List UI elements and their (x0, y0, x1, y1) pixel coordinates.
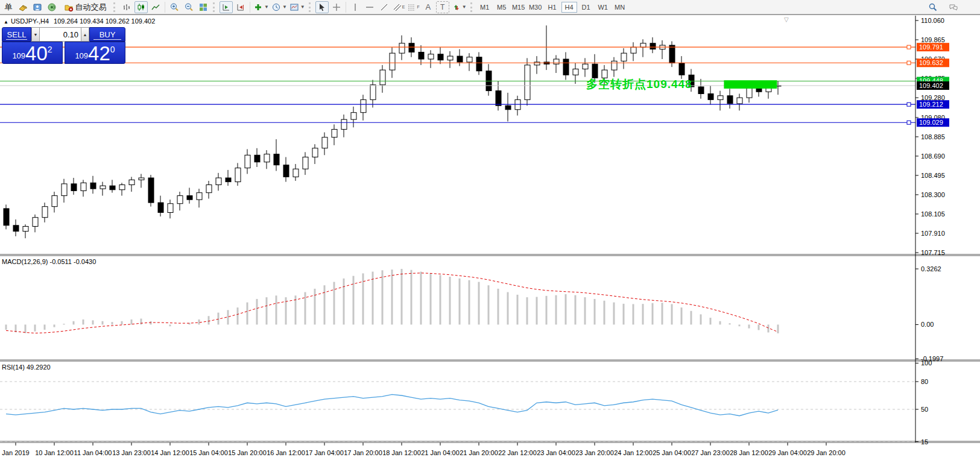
svg-text:108.885: 108.885 (921, 133, 945, 140)
vertical-line-tool-icon[interactable] (349, 1, 362, 13)
tf-m15-button[interactable]: M15 (511, 2, 526, 13)
svg-text:0.00: 0.00 (921, 321, 934, 328)
svg-text:25 Jan 04:00: 25 Jan 04:00 (653, 449, 691, 456)
templates-button[interactable]: ▼ (289, 1, 306, 13)
periods-button[interactable]: ▼ (271, 1, 288, 13)
candlestick-chart-icon[interactable] (134, 1, 148, 13)
ohlc-values-label: 109.264 109.434 109.262 109.402 (54, 17, 155, 25)
main-toolbar: 单 自动交易 ▼ ▼ ▼ (0, 0, 980, 14)
rsi-line (6, 394, 778, 415)
crosshair-icon[interactable] (330, 1, 343, 13)
price-chart-canvas[interactable]: 110.060109.865109.670109.475109.280109.0… (0, 15, 980, 466)
collapse-marker-icon[interactable]: ▲ (4, 19, 8, 25)
arrows-tool-icon[interactable]: ▼ (450, 1, 467, 13)
svg-text:110.060: 110.060 (921, 17, 944, 24)
svg-text:15: 15 (921, 438, 928, 446)
svg-text:11 Jan 04:00: 11 Jan 04:00 (74, 449, 112, 456)
sell-button[interactable]: SELL (2, 27, 31, 42)
tf-m1-button[interactable]: M1 (477, 2, 493, 13)
tf-m5-button[interactable]: M5 (494, 2, 510, 13)
svg-text:0.3262: 0.3262 (921, 265, 941, 272)
search-icon[interactable] (926, 1, 940, 13)
sell-price-sup: 2 (48, 45, 52, 54)
buy-price-big: 42 (88, 45, 110, 63)
buy-price-display[interactable]: 109420 (65, 42, 125, 64)
new-order-button[interactable]: 单 (2, 1, 15, 13)
chart-window[interactable]: 110.060109.865109.670109.475109.280109.0… (0, 14, 980, 466)
toolbar-divider (346, 2, 346, 13)
tf-d1-button[interactable]: D1 (578, 2, 594, 13)
tf-mn-button[interactable]: MN (612, 2, 628, 13)
macd-indicator-label: MACD(12,26,9) -0.0511 -0.0430 (2, 258, 96, 265)
buy-button[interactable]: BUY (89, 27, 125, 42)
buy-label: BUY (100, 30, 116, 39)
chevron-down-icon[interactable]: ▼ (300, 4, 305, 10)
toolbar-divider (250, 2, 250, 13)
svg-text:50: 50 (921, 406, 928, 413)
indicators-button[interactable]: ▼ (253, 1, 270, 13)
chevron-down-icon[interactable]: ▼ (264, 4, 269, 10)
line-chart-icon[interactable] (149, 1, 162, 13)
bar-chart-icon[interactable] (120, 1, 133, 13)
tile-windows-icon[interactable] (197, 1, 210, 13)
signal-icon[interactable] (45, 1, 58, 13)
chart-shift-icon[interactable] (234, 1, 247, 13)
buy-price-sup: 0 (110, 45, 115, 54)
zoom-out-icon[interactable] (182, 1, 195, 13)
volume-decrease-button[interactable]: ▼ (31, 27, 40, 42)
chart-shift-marker[interactable]: ▽ (784, 16, 789, 23)
svg-text:22 Jan 12:00: 22 Jan 12:00 (498, 449, 537, 456)
volume-increase-button[interactable]: ▲ (81, 27, 89, 42)
tf-w1-button[interactable]: W1 (595, 2, 611, 13)
sell-price-display[interactable]: 109402 (2, 42, 63, 64)
toolbar-separator (213, 2, 217, 12)
profiles-icon[interactable] (31, 1, 44, 13)
tf-h4-button[interactable]: H4 (561, 2, 577, 13)
fibonacci-tool-icon[interactable]: F (406, 1, 420, 13)
svg-text:109.402: 109.402 (919, 82, 943, 89)
svg-text:14 Jan 12:00: 14 Jan 12:00 (151, 449, 189, 456)
svg-text:100: 100 (921, 359, 932, 367)
svg-text:109.865: 109.865 (921, 36, 945, 43)
svg-text:16 Jan 12:00: 16 Jan 12:00 (267, 449, 305, 456)
highlight-zone[interactable] (724, 80, 777, 89)
chat-icon[interactable] (947, 1, 960, 13)
svg-text:10 Jan 12:00: 10 Jan 12:00 (35, 449, 74, 456)
toolbar-separator (309, 2, 312, 12)
autotrading-button[interactable]: 自动交易 (60, 1, 110, 13)
panel-separators (0, 254, 980, 442)
book-icon[interactable] (16, 1, 30, 13)
text-label-tool-icon[interactable]: T (436, 1, 449, 13)
horizontal-line-tool-icon[interactable] (363, 1, 376, 13)
chevron-down-icon[interactable]: ▼ (462, 4, 467, 10)
svg-text:15 Jan 20:00: 15 Jan 20:00 (228, 449, 267, 456)
auto-scroll-icon[interactable] (220, 1, 233, 13)
rsi-indicator-label: RSI(14) 49.2920 (2, 364, 51, 371)
zoom-in-icon[interactable] (168, 1, 181, 13)
toolbar-separator (470, 2, 474, 12)
svg-text:108.690: 108.690 (921, 153, 945, 160)
equidistant-channel-tool-icon[interactable]: E (392, 1, 406, 13)
svg-text:108.495: 108.495 (921, 172, 945, 179)
svg-text:107.910: 107.910 (921, 230, 945, 237)
cursor-icon[interactable] (315, 1, 329, 13)
channel-sub-label: E (402, 5, 405, 9)
svg-text:108.105: 108.105 (921, 210, 945, 218)
svg-text:13 Jan 23:00: 13 Jan 23:00 (112, 449, 151, 456)
macd-panel-group (6, 269, 778, 333)
volume-input[interactable] (40, 27, 81, 42)
pivot-annotation-text[interactable]: 多空转折点109.448 (586, 77, 692, 92)
svg-text:17 Jan 04:00: 17 Jan 04:00 (305, 449, 344, 456)
text-tool-icon[interactable]: A (422, 1, 435, 13)
svg-text:109.212: 109.212 (919, 101, 943, 108)
svg-text:15 Jan 04:00: 15 Jan 04:00 (189, 449, 228, 456)
rsi-panel-group (0, 382, 915, 442)
svg-text:23 Jan 04:00: 23 Jan 04:00 (537, 449, 575, 456)
toolbar-separator (113, 2, 117, 12)
tf-h1-button[interactable]: H1 (545, 2, 560, 13)
chart-title: ▲USDJPY-,H4109.264 109.434 109.262 109.4… (4, 17, 155, 25)
chevron-down-icon[interactable]: ▼ (282, 4, 287, 10)
trendline-tool-icon[interactable] (378, 1, 391, 13)
tf-m30-button[interactable]: M30 (528, 2, 543, 13)
svg-text:21 Jan 04:00: 21 Jan 04:00 (421, 449, 460, 456)
